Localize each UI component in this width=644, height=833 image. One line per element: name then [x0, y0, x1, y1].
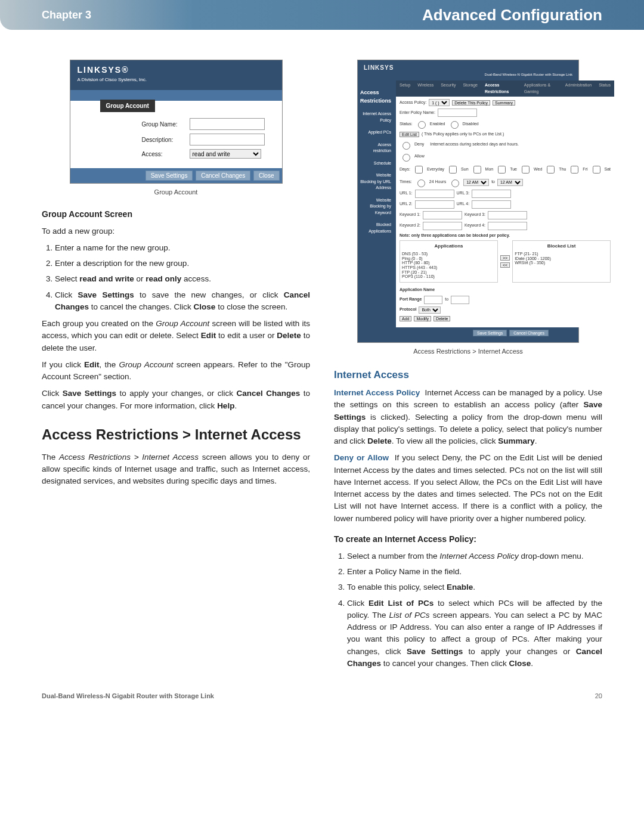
ar-tab-admin[interactable]: Administration	[565, 82, 592, 95]
day-tue[interactable]	[498, 166, 506, 174]
blocked-list[interactable]: FTP (21- 21) IDate (1000 - 1200) WRStrt …	[515, 252, 608, 280]
ar-side-item-url: Website Blocking by URL Address	[360, 172, 394, 191]
ar-tab-wireless[interactable]: Wireless	[417, 82, 434, 95]
port-from[interactable]	[424, 296, 442, 304]
move-right-button[interactable]: >>	[500, 255, 510, 261]
description-input[interactable]	[190, 134, 265, 145]
description-label: Description:	[142, 135, 190, 144]
footer-product: Dual-Band Wireless-N Gigabit Router with…	[42, 692, 214, 699]
ar-tab-status[interactable]: Status	[599, 82, 611, 95]
status-disabled-radio[interactable]	[451, 121, 459, 129]
delete-policy-button[interactable]: Delete This Policy	[452, 100, 490, 106]
ar-tab-storage[interactable]: Storage	[463, 82, 478, 95]
kw4-input[interactable]	[488, 222, 527, 230]
url1-label: URL 1:	[400, 190, 413, 197]
close-button[interactable]: Close	[253, 171, 280, 181]
policy-number-select[interactable]: 1 ( )	[429, 99, 450, 106]
kw2-input[interactable]	[423, 222, 462, 230]
url3-input[interactable]	[472, 190, 511, 198]
ar-tab-apps[interactable]: Applications & Gaming	[524, 82, 558, 95]
ar-tab-setup[interactable]: Setup	[400, 82, 410, 95]
ar-side-item-policy: Internet Access Policy	[360, 111, 394, 123]
ar-side-item-pcs: Applied PCs	[360, 129, 394, 136]
day-thu-text: Thu	[559, 166, 566, 173]
kw4-label: Keyword 4:	[465, 222, 485, 229]
ar-cancel-button[interactable]: Cancel Changes	[509, 330, 549, 336]
port-range-label: Port Range	[400, 296, 422, 303]
port-to[interactable]	[451, 296, 469, 304]
time-to[interactable]: 12 AM	[497, 179, 523, 186]
cancel-changes-button[interactable]: Cancel Changes	[196, 171, 250, 181]
save-settings-button[interactable]: Save Settings	[145, 171, 193, 181]
time-24-radio[interactable]	[417, 179, 425, 187]
iap-term: Internet Access Policy	[334, 388, 420, 397]
day-everyday[interactable]	[415, 166, 423, 174]
day-mon[interactable]	[473, 166, 481, 174]
deny-allow-term: Deny or Allow	[334, 453, 389, 462]
step-3: Select read and write or read only acces…	[55, 273, 310, 285]
protocol-label: Protocol	[400, 306, 416, 313]
day-sun[interactable]	[449, 166, 457, 174]
time-from[interactable]: 12 AM	[463, 179, 489, 186]
create-policy-heading: To create an Internet Access Policy:	[334, 533, 602, 546]
ar-side-item-apps: Blocked Applications	[360, 222, 394, 234]
kw3-input[interactable]	[488, 211, 527, 219]
status-enabled-text: Enabled	[430, 121, 445, 128]
deny-text: Deny	[414, 141, 424, 148]
url2-input[interactable]	[415, 200, 454, 209]
linksys-subtitle: A Division of Cisco Systems, Inc.	[78, 76, 275, 83]
access-select[interactable]: read and write	[190, 149, 261, 159]
status-enabled-radio[interactable]	[418, 121, 426, 129]
kw2-label: Keyword 2:	[400, 222, 420, 229]
page-footer: Dual-Band Wireless-N Gigabit Router with…	[0, 692, 644, 717]
kw3-label: Keyword 3:	[465, 212, 485, 218]
policy-name-input[interactable]	[438, 109, 477, 117]
step-2: Enter a description for the new group.	[55, 258, 310, 270]
time-24-text: 24 Hours	[429, 179, 446, 185]
summary-button[interactable]: Summary	[493, 100, 515, 106]
add-group-steps: Enter a name for the new group. Enter a …	[55, 242, 310, 313]
apps-list[interactable]: DNS (53 - 53) Ping (0 - 0) HTTP (80 - 80…	[402, 252, 496, 280]
url3-label: URL 3:	[457, 190, 470, 197]
internet-access-heading: Internet Access	[334, 367, 602, 383]
day-mon-text: Mon	[485, 166, 494, 173]
url4-label: URL 4:	[457, 201, 470, 208]
pcs-note: ( This Policy applies only to PCs on the…	[422, 131, 504, 138]
times-label: Times:	[400, 179, 412, 185]
url1-input[interactable]	[415, 190, 454, 198]
day-wed[interactable]	[522, 166, 530, 174]
group-name-input[interactable]	[190, 118, 265, 130]
status-disabled-text: Disabled	[463, 121, 479, 128]
day-fri[interactable]	[571, 166, 578, 174]
app-modify-button[interactable]: Modify	[414, 316, 431, 321]
ar-save-button[interactable]: Save Settings	[473, 330, 507, 336]
group-account-caption: Group Account	[42, 187, 310, 197]
linksys-logo: LINKSYS®	[78, 64, 275, 76]
edit-list-button[interactable]: Edit List	[400, 132, 419, 137]
ar-tab-access[interactable]: Access Restrictions	[485, 82, 517, 95]
move-left-button[interactable]: <<	[500, 262, 510, 268]
ar-side-item-restriction: Access restriction	[360, 142, 394, 154]
day-sat[interactable]	[593, 166, 600, 174]
day-tue-text: Tue	[510, 166, 517, 173]
app-delete-button[interactable]: Delete	[434, 316, 450, 321]
deny-allow-text: If you select Deny, the PC on the Edit L…	[334, 453, 602, 522]
save-help-para: Click Save Settings to apply your change…	[42, 388, 310, 412]
access-policy-label: Access Policy:	[400, 100, 426, 106]
day-wed-text: Wed	[534, 166, 542, 173]
deny-radio[interactable]	[402, 142, 410, 150]
protocol-select[interactable]: Both	[419, 306, 441, 314]
url4-input[interactable]	[472, 200, 511, 209]
ar-caption: Access Restrictions > Internet Access	[334, 346, 602, 357]
iap-para: Internet Access Policy Internet Access c…	[334, 387, 602, 447]
app-add-button[interactable]: Add	[400, 316, 411, 321]
ar-tab-security[interactable]: Security	[441, 82, 456, 95]
kw1-input[interactable]	[423, 211, 462, 219]
ar-side-item-keyword: Website Blocking by Keyword	[360, 197, 394, 216]
time-range-radio[interactable]	[451, 179, 459, 187]
group-name-label: Group Name:	[142, 120, 190, 129]
right-column: LINKSYS Dual-Band Wireless-N Gigabit Rou…	[334, 60, 602, 674]
day-thu[interactable]	[547, 166, 555, 174]
page-title: Advanced Configuration	[422, 6, 602, 24]
allow-radio[interactable]	[402, 154, 410, 162]
